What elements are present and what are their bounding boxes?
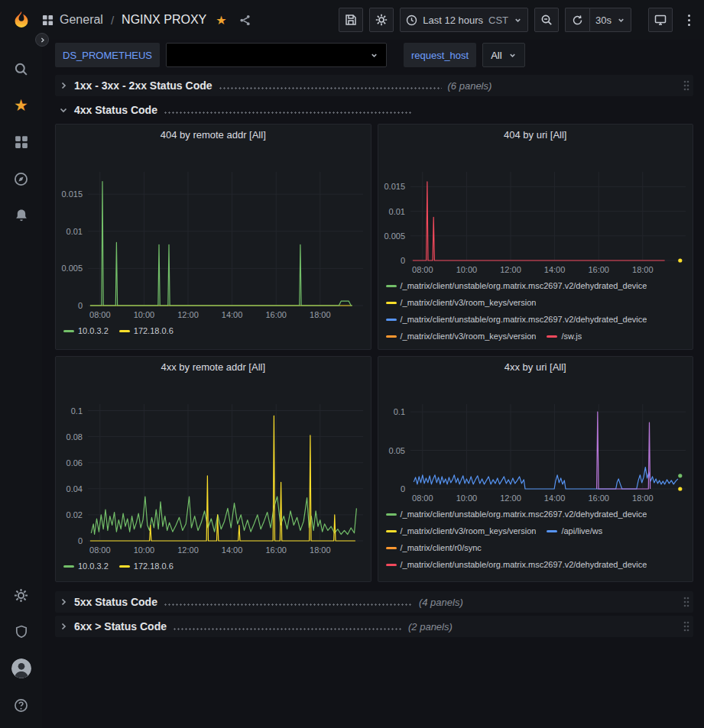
dashboard-settings-button[interactable] bbox=[369, 8, 394, 32]
chart-canvas[interactable]: 08:0010:0012:0014:0016:0018:000.0150.010… bbox=[57, 146, 369, 324]
datasource-variable-select[interactable] bbox=[166, 43, 387, 67]
legend-item[interactable]: 172.18.0.6 bbox=[119, 561, 174, 572]
chart-canvas[interactable]: 08:0010:0012:0014:0016:0018:000.10.080.0… bbox=[57, 378, 369, 559]
svg-text:10:00: 10:00 bbox=[134, 545, 155, 555]
sidebar-item-search[interactable] bbox=[0, 50, 42, 87]
chevron-right-icon bbox=[59, 81, 68, 90]
svg-text:0.06: 0.06 bbox=[67, 458, 83, 468]
shield-icon bbox=[15, 625, 28, 639]
legend-item[interactable]: /_matrix/client/unstable/org.matrix.msc2… bbox=[386, 280, 647, 292]
sidebar-expand-button[interactable] bbox=[35, 33, 49, 47]
row-dots bbox=[164, 603, 413, 606]
gear-icon bbox=[375, 14, 388, 26]
row-drag-handle[interactable] bbox=[683, 621, 689, 632]
legend-swatch bbox=[119, 565, 130, 568]
request-host-variable-value: All bbox=[491, 50, 501, 61]
svg-text:10:00: 10:00 bbox=[456, 493, 477, 503]
sidebar-item-server-admin[interactable] bbox=[0, 613, 42, 650]
row-header-4xx[interactable]: 4xx Status Code bbox=[55, 99, 693, 121]
breadcrumb-section[interactable]: General bbox=[60, 13, 103, 27]
row-title: 1xx - 3xx - 2xx Status Code bbox=[74, 79, 212, 92]
svg-text:0.005: 0.005 bbox=[384, 231, 405, 241]
legend-item[interactable]: /_matrix/client/unstable/org.matrix.msc2… bbox=[386, 559, 647, 571]
legend-swatch bbox=[386, 530, 397, 532]
time-range-picker[interactable]: Last 12 hours CST bbox=[400, 8, 528, 32]
refresh-button[interactable] bbox=[565, 8, 589, 32]
svg-text:0: 0 bbox=[78, 536, 83, 545]
zoom-out-button[interactable] bbox=[534, 8, 559, 32]
legend-label: /sw.js bbox=[561, 331, 582, 342]
refresh-interval-dropdown[interactable]: 30s bbox=[589, 8, 631, 32]
monitor-icon bbox=[654, 14, 667, 26]
row-drag-handle[interactable] bbox=[683, 80, 689, 91]
chevron-right-icon bbox=[39, 37, 46, 44]
chart-canvas[interactable]: 08:0010:0012:0014:0016:0018:000.0150.010… bbox=[380, 146, 692, 279]
panel-title[interactable]: 4xx by uri [All] bbox=[378, 357, 693, 377]
legend-item[interactable]: /api/live/ws bbox=[547, 526, 602, 537]
legend-label: 10.0.3.2 bbox=[78, 561, 109, 572]
svg-text:0.08: 0.08 bbox=[67, 432, 83, 442]
svg-text:0: 0 bbox=[400, 484, 404, 493]
svg-text:08:00: 08:00 bbox=[89, 545, 111, 555]
legend-item[interactable]: /_matrix/client/r0/sync bbox=[386, 542, 482, 554]
dashboard-content: DS_PROMETHEUS request_host All 1xx - 3xx… bbox=[42, 40, 704, 728]
sidebar-item-alerting[interactable] bbox=[0, 197, 42, 234]
request-host-variable-label: request_host bbox=[404, 43, 476, 67]
favorite-star-icon[interactable]: ★ bbox=[216, 13, 226, 28]
row-drag-handle[interactable] bbox=[683, 597, 689, 607]
panel-title[interactable]: 404 by uri [All] bbox=[378, 125, 693, 144]
compass-icon bbox=[14, 172, 28, 186]
svg-text:0.01: 0.01 bbox=[67, 227, 83, 236]
grafana-flame-icon bbox=[11, 10, 31, 30]
sidebar-item-starred[interactable]: ★ bbox=[0, 87, 42, 124]
share-icon[interactable] bbox=[239, 15, 251, 26]
tv-mode-button[interactable] bbox=[648, 8, 673, 32]
legend-swatch bbox=[386, 302, 397, 304]
legend-item[interactable]: /_matrix/client/v3/room_keys/version bbox=[386, 297, 537, 309]
sidebar-item-dashboards[interactable] bbox=[0, 124, 42, 160]
legend-item[interactable]: /sw.js bbox=[547, 331, 582, 342]
panel-4xx-by-remote-addr: 4xx by remote addr [All] 08:0010:0012:00… bbox=[55, 356, 371, 582]
svg-text:08:00: 08:00 bbox=[412, 265, 433, 274]
sidebar-item-profile[interactable] bbox=[0, 650, 42, 687]
help-question-icon bbox=[14, 698, 28, 713]
chevron-down-icon bbox=[59, 105, 68, 115]
kebab-menu-button[interactable] bbox=[685, 11, 693, 29]
refresh-interval-label: 30s bbox=[595, 15, 612, 26]
legend-item[interactable]: /_matrix/client/v3/room_keys/version bbox=[386, 331, 537, 342]
legend-item[interactable]: /_matrix/client/v3/room_keys/version bbox=[386, 526, 537, 537]
panels-grid: 404 by remote addr [All] 08:0010:0012:00… bbox=[55, 124, 693, 582]
svg-text:10:00: 10:00 bbox=[134, 310, 155, 319]
panel-title[interactable]: 4xx by remote addr [All] bbox=[56, 357, 371, 377]
panel-404-by-remote-addr: 404 by remote addr [All] 08:0010:0012:00… bbox=[55, 124, 371, 350]
chevron-down-icon bbox=[617, 16, 625, 24]
legend-swatch bbox=[119, 330, 130, 332]
chart-canvas[interactable]: 08:0010:0012:0014:0016:0018:000.10.050 bbox=[380, 378, 692, 507]
row-header-1xx-3xx-2xx[interactable]: 1xx - 3xx - 2xx Status Code (6 panels) bbox=[55, 75, 693, 96]
grafana-logo[interactable] bbox=[0, 10, 42, 30]
timezone-label: CST bbox=[488, 15, 508, 26]
svg-text:14:00: 14:00 bbox=[543, 265, 565, 274]
legend-label: /_matrix/client/unstable/org.matrix.msc2… bbox=[401, 314, 647, 325]
legend-item[interactable]: 10.0.3.2 bbox=[63, 325, 109, 337]
sidebar-item-explore[interactable] bbox=[0, 160, 42, 197]
svg-text:0.01: 0.01 bbox=[388, 207, 404, 216]
clock-icon bbox=[406, 15, 417, 26]
legend-item[interactable]: 172.18.0.6 bbox=[119, 325, 174, 337]
legend-item[interactable]: /_matrix/client/unstable/org.matrix.msc2… bbox=[386, 509, 647, 520]
row-header-5xx[interactable]: 5xx Status Code (4 panels) bbox=[55, 591, 693, 613]
legend-label: /_matrix/client/unstable/org.matrix.msc2… bbox=[401, 509, 647, 520]
legend-label: 10.0.3.2 bbox=[78, 325, 109, 337]
legend-swatch bbox=[547, 335, 557, 338]
request-host-variable-select[interactable]: All bbox=[482, 43, 524, 67]
save-dashboard-button[interactable] bbox=[339, 8, 363, 32]
svg-text:0.1: 0.1 bbox=[393, 407, 404, 416]
sidebar-item-help[interactable] bbox=[0, 687, 42, 723]
sidebar-item-configuration[interactable] bbox=[0, 577, 42, 613]
chevron-down-icon bbox=[508, 51, 517, 60]
legend-item[interactable]: 10.0.3.2 bbox=[63, 561, 109, 572]
row-header-6xx[interactable]: 6xx > Status Code (2 panels) bbox=[55, 616, 693, 637]
panel-404-by-uri: 404 by uri [All] 08:0010:0012:0014:0016:… bbox=[378, 124, 694, 350]
panel-title[interactable]: 404 by remote addr [All] bbox=[56, 125, 371, 144]
legend-item[interactable]: /_matrix/client/unstable/org.matrix.msc2… bbox=[386, 314, 647, 325]
